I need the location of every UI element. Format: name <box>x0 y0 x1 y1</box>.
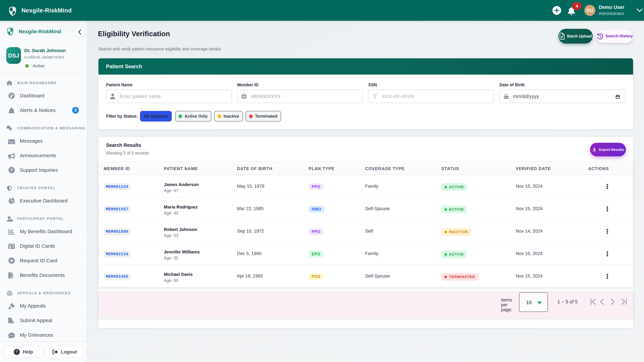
svg-text:?: ? <box>10 168 13 173</box>
svg-text:PDF: PDF <box>10 276 14 278</box>
